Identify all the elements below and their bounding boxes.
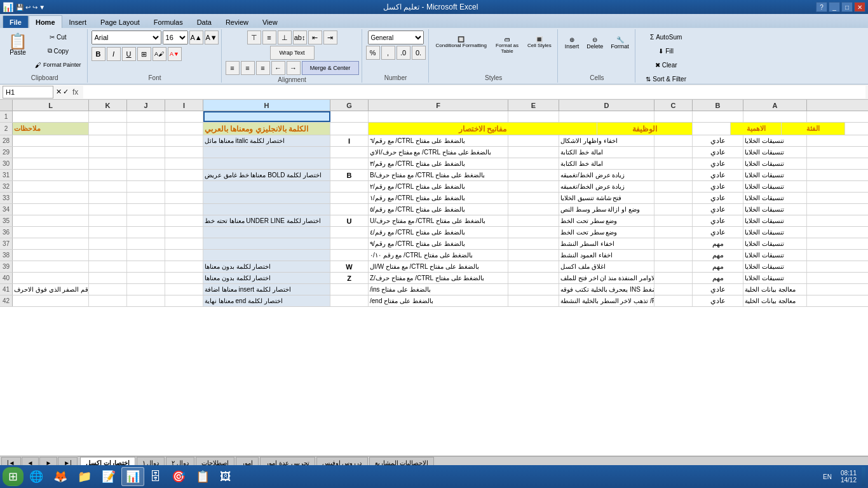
col-header-D[interactable]: D bbox=[559, 100, 654, 111]
number-format-select[interactable]: General bbox=[368, 30, 424, 44]
cell-I42[interactable] bbox=[165, 295, 203, 306]
tab-review[interactable]: Review bbox=[219, 15, 255, 28]
tab-formulas[interactable]: Formulas bbox=[147, 15, 190, 28]
cell-B40[interactable]: مهم bbox=[693, 273, 743, 283]
cell-styles-btn[interactable]: 🔳 Cell Styles bbox=[524, 33, 555, 71]
align-middle-btn[interactable]: ≡ bbox=[262, 30, 276, 44]
taskbar-excel[interactable]: 📊 bbox=[121, 467, 144, 486]
font-size-select[interactable]: 16 bbox=[163, 30, 188, 44]
cell-L1[interactable] bbox=[13, 111, 89, 122]
font-name-select[interactable]: Arial bbox=[92, 30, 161, 44]
cell-C35[interactable] bbox=[654, 215, 693, 226]
cell-F31[interactable]: بالضغط على مفتاح CTRL/ مع مفتاح حرف/B bbox=[369, 170, 508, 180]
cell-I37[interactable] bbox=[165, 238, 203, 249]
taskbar-access[interactable]: 🗄 bbox=[146, 467, 166, 486]
cell-K2[interactable] bbox=[89, 123, 127, 135]
cell-K42[interactable] bbox=[89, 295, 127, 306]
cell-G35[interactable]: U bbox=[330, 215, 369, 226]
cell-C41[interactable] bbox=[654, 284, 693, 295]
cell-B37[interactable]: مهم bbox=[693, 238, 743, 249]
cell-L42[interactable] bbox=[13, 295, 89, 306]
clear-btn[interactable]: ✖ Clear bbox=[652, 58, 681, 71]
fill-btn[interactable]: ⬇ Fill bbox=[655, 44, 677, 57]
italic-btn[interactable]: I bbox=[107, 47, 121, 61]
taskbar-photo[interactable]: 🖼 bbox=[215, 467, 236, 486]
cell-E30[interactable] bbox=[508, 158, 559, 169]
col-header-E[interactable]: E bbox=[508, 100, 559, 111]
cell-C32[interactable] bbox=[654, 181, 693, 192]
cell-K1[interactable] bbox=[89, 111, 127, 122]
name-box[interactable] bbox=[3, 86, 53, 98]
col-header-F[interactable]: F bbox=[369, 100, 508, 111]
cell-G36[interactable] bbox=[330, 227, 369, 238]
cell-H34[interactable] bbox=[203, 204, 330, 215]
cell-A35[interactable]: تنسيقات الخلايا bbox=[743, 215, 807, 226]
cell-A28[interactable]: تنسيقات الخلايا bbox=[743, 135, 807, 146]
cell-B36[interactable]: عادي bbox=[693, 227, 743, 238]
cell-D35[interactable]: وضع سطر تحت الخط bbox=[559, 215, 654, 226]
cell-L34[interactable] bbox=[13, 204, 89, 215]
align-right-btn[interactable]: ≡ bbox=[256, 61, 270, 75]
cell-G2[interactable] bbox=[330, 123, 369, 135]
cell-B38[interactable]: مهم bbox=[693, 250, 743, 261]
cell-F40[interactable]: بالضغط على مفتاح CTRL/ مع مفتاح حرف/Z bbox=[369, 273, 508, 283]
cell-E41[interactable] bbox=[508, 284, 559, 295]
cell-A33[interactable]: تنسيقات الخلايا bbox=[743, 193, 807, 203]
cell-A37[interactable]: تنسيقات الخلايا bbox=[743, 238, 807, 249]
cell-H38[interactable] bbox=[203, 250, 330, 261]
col-header-L[interactable]: L bbox=[13, 100, 89, 111]
cell-G30[interactable] bbox=[330, 158, 369, 169]
col-header-J[interactable]: J bbox=[127, 100, 165, 111]
cell-A38[interactable]: تنسيقات الخلايا bbox=[743, 250, 807, 261]
taskbar-word[interactable]: 📝 bbox=[97, 467, 120, 486]
decrease-font-btn[interactable]: A▼ bbox=[205, 30, 219, 44]
format-as-table-btn[interactable]: 🗃 Format asTable bbox=[492, 33, 522, 71]
cell-F34[interactable]: بالضغط على مفتاح CTRL/ مع رقم/٥ bbox=[369, 204, 508, 215]
cell-K32[interactable] bbox=[89, 181, 127, 192]
cell-H37[interactable] bbox=[203, 238, 330, 249]
cell-L31[interactable] bbox=[13, 170, 89, 180]
cell-I2[interactable] bbox=[165, 123, 203, 135]
cell-I29[interactable] bbox=[165, 147, 203, 158]
maximize-btn[interactable]: □ bbox=[841, 2, 853, 12]
cell-C42[interactable] bbox=[654, 295, 693, 306]
cell-K30[interactable] bbox=[89, 158, 127, 169]
cell-H40[interactable]: اختصار لكلمة بدون معناها bbox=[203, 273, 330, 283]
insert-function-icon[interactable]: fx bbox=[70, 88, 81, 97]
cell-L38[interactable] bbox=[13, 250, 89, 261]
cell-I36[interactable] bbox=[165, 227, 203, 238]
cell-E42[interactable] bbox=[508, 295, 559, 306]
cell-F42[interactable]: بالضغط على مفتاح end/ bbox=[369, 295, 508, 306]
cell-G33[interactable] bbox=[330, 193, 369, 203]
cell-D28[interactable]: اخفاء واظهار الاشكال bbox=[559, 135, 654, 146]
cell-K40[interactable] bbox=[89, 273, 127, 283]
cell-F33[interactable]: بالضغط على مفتاح CTRL/ مع رقم/١ bbox=[369, 193, 508, 203]
merge-center-btn[interactable]: Merge & Center bbox=[302, 61, 359, 75]
cell-B31[interactable]: عادي bbox=[693, 170, 743, 180]
paste-button[interactable]: 📋 Paste bbox=[5, 30, 31, 69]
cell-K29[interactable] bbox=[89, 147, 127, 158]
cell-A31[interactable]: تنسيقات الخلايا bbox=[743, 170, 807, 180]
align-center-btn[interactable]: ≡ bbox=[241, 61, 255, 75]
cell-G34[interactable] bbox=[330, 204, 369, 215]
cell-L28[interactable] bbox=[13, 135, 89, 146]
col-header-C[interactable]: C bbox=[654, 100, 693, 111]
cell-H30[interactable] bbox=[203, 158, 330, 169]
cell-H28[interactable]: اختصار لكلمة italic معناها مائل bbox=[203, 135, 330, 146]
cell-D34[interactable]: وضع او ازالة سطر وسط النص bbox=[559, 204, 654, 215]
bold-btn[interactable]: B bbox=[92, 47, 105, 61]
cell-C31[interactable] bbox=[654, 170, 693, 180]
align-bottom-btn[interactable]: ⊥ bbox=[278, 30, 292, 44]
cell-J2[interactable] bbox=[127, 123, 165, 135]
taskbar-pp[interactable]: 🎯 bbox=[167, 467, 190, 486]
conditional-formatting-btn[interactable]: 🔲 Conditional Formatting bbox=[433, 33, 490, 71]
cell-H41[interactable]: اختصار لكلمة insert معناها اضافة bbox=[203, 284, 330, 295]
cell-B2[interactable]: الاهمية bbox=[731, 123, 782, 135]
cell-C28[interactable] bbox=[654, 135, 693, 146]
cell-B29[interactable]: عادي bbox=[693, 147, 743, 158]
cell-I32[interactable] bbox=[165, 181, 203, 192]
cell-E40[interactable] bbox=[508, 273, 559, 283]
cut-button[interactable]: ✂ Cut bbox=[32, 30, 85, 43]
cell-C38[interactable] bbox=[654, 250, 693, 261]
fill-color-btn[interactable]: A🖌 bbox=[153, 47, 166, 61]
